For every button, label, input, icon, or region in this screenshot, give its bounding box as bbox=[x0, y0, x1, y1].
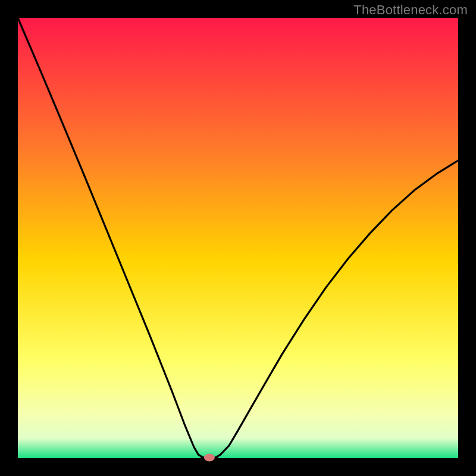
chart-frame: TheBottleneck.com bbox=[0, 0, 476, 476]
chart-svg bbox=[0, 0, 476, 476]
plot-background bbox=[18, 18, 458, 458]
watermark-text: TheBottleneck.com bbox=[353, 2, 468, 18]
optimal-point-marker bbox=[204, 454, 215, 462]
